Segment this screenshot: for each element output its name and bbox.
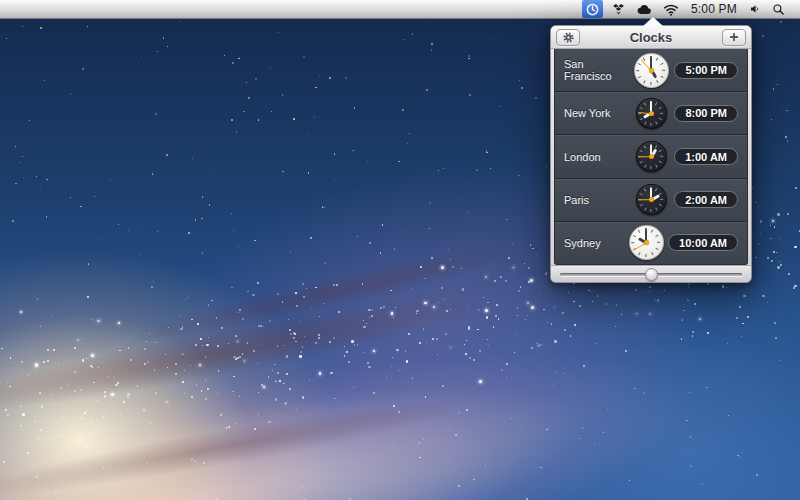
popover-footer [551, 265, 751, 282]
clocks-menu-icon[interactable] [582, 0, 603, 18]
time-badge: 1:00 AM [674, 148, 738, 165]
time-badge: 2:00 AM [674, 191, 738, 208]
popover-title: Clocks [580, 30, 722, 45]
analog-clock [629, 225, 664, 260]
time-badge: 8:00 PM [674, 105, 738, 122]
analog-clock [636, 98, 667, 129]
clock-row[interactable]: London 1:00 AM [555, 134, 747, 177]
desktop: 5:00 PM Clocks [0, 0, 800, 500]
popover-arrow [643, 17, 663, 26]
wifi-icon[interactable] [661, 0, 681, 18]
clock-row[interactable]: San Francisco 5:00 PM [555, 49, 747, 91]
city-label: San Francisco [564, 58, 629, 82]
analog-clock [636, 141, 667, 172]
clock-row[interactable]: Paris 2:00 AM [555, 178, 747, 221]
plus-icon [728, 31, 740, 43]
city-label: New York [564, 107, 629, 119]
cloud-icon[interactable] [634, 0, 654, 18]
volume-icon[interactable] [747, 0, 763, 18]
city-label: Paris [564, 194, 629, 206]
slider-knob[interactable] [645, 268, 658, 281]
time-badge: 10:00 AM [668, 234, 738, 251]
dropbox-icon[interactable] [610, 0, 627, 18]
analog-clock [634, 53, 669, 88]
analog-clock [636, 184, 667, 215]
popover-header: Clocks [551, 26, 751, 49]
clock-row[interactable]: New York 8:00 PM [555, 91, 747, 134]
time-badge: 5:00 PM [674, 62, 738, 79]
clock-row[interactable]: Sydney 10:00 AM [555, 221, 747, 264]
city-label: London [564, 151, 629, 163]
menubar-status-items: 5:00 PM [582, 0, 800, 18]
gear-icon [562, 31, 575, 44]
menu-clock-time[interactable]: 5:00 PM [688, 0, 740, 18]
city-label: Sydney [564, 237, 624, 249]
settings-button[interactable] [556, 29, 580, 46]
add-clock-button[interactable] [722, 29, 746, 46]
clock-list: San Francisco 5:00 PM New York 8:00 PM L… [554, 49, 748, 265]
spotlight-icon[interactable] [770, 0, 787, 18]
menu-bar: 5:00 PM [0, 0, 800, 19]
clock-size-slider[interactable] [560, 268, 742, 281]
clocks-popover: Clocks San Francisco 5:00 PM New York [550, 25, 752, 283]
